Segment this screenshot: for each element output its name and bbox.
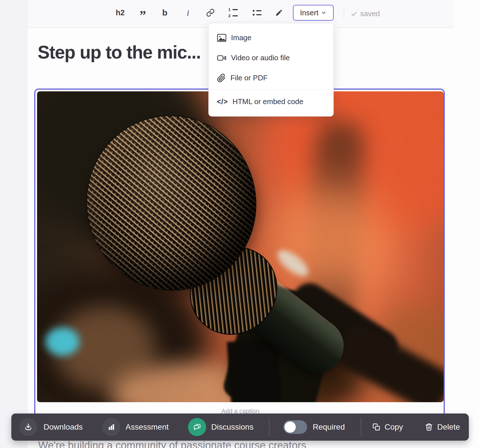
link-button[interactable] xyxy=(204,6,217,20)
downloads-label: Downloads xyxy=(44,423,83,432)
photo-teal-highlight xyxy=(46,328,79,356)
save-status-label: saved xyxy=(360,9,380,18)
editor-page: h2 ” b i 1 2 xyxy=(0,0,479,448)
chevron-down-icon xyxy=(321,10,327,16)
menu-item-file-or-pdf[interactable]: File or PDF xyxy=(209,68,333,88)
ordered-list-button[interactable]: 1 2 xyxy=(226,6,240,20)
ordered-list-icon: 1 2 xyxy=(228,8,238,18)
link-icon xyxy=(206,8,215,17)
action-bar-divider xyxy=(361,418,361,436)
photo-orange-glow xyxy=(272,185,390,292)
bar-chart-icon xyxy=(107,423,116,431)
paperclip-icon xyxy=(217,74,226,83)
insert-button-label: Insert xyxy=(300,8,318,17)
toolbar-divider xyxy=(344,7,344,20)
downloads-button[interactable] xyxy=(19,418,37,436)
menu-item-label: HTML or embed code xyxy=(232,97,303,106)
image-icon xyxy=(217,34,226,42)
blockquote-button[interactable]: ” xyxy=(136,6,150,20)
mic-stand-post xyxy=(227,339,283,402)
assessment-button[interactable] xyxy=(102,418,120,436)
copy-label: Copy xyxy=(385,423,403,432)
copy-icon xyxy=(372,423,381,431)
lesson-action-bar: Downloads Assessment xyxy=(11,413,469,441)
discussions-label-wrap[interactable]: Discussions xyxy=(211,413,253,441)
required-toggle[interactable] xyxy=(283,420,307,434)
assessment-label-wrap[interactable]: Assessment xyxy=(126,413,169,441)
required-label: Required xyxy=(313,423,345,432)
chat-bubbles-icon xyxy=(193,423,202,432)
trash-icon xyxy=(425,423,433,431)
toggle-knob xyxy=(284,421,296,433)
code-icon: </> xyxy=(217,98,228,106)
menu-item-label: Video or audio file xyxy=(231,53,290,62)
lesson-image[interactable] xyxy=(37,91,444,402)
bullet-list-icon xyxy=(253,10,262,16)
page-title[interactable]: Step up to the mic... xyxy=(38,42,201,63)
action-bar-divider xyxy=(269,418,269,436)
download-icon xyxy=(24,423,33,432)
delete-button[interactable]: Delete xyxy=(425,413,460,441)
assessment-label: Assessment xyxy=(126,423,169,432)
heading2-button[interactable]: h2 xyxy=(113,6,127,20)
menu-divider xyxy=(209,90,333,90)
discussions-button[interactable] xyxy=(188,418,206,436)
check-icon xyxy=(351,10,357,17)
bold-button[interactable]: b xyxy=(158,6,172,20)
required-label-wrap: Required xyxy=(313,413,345,441)
bullet-list-button[interactable] xyxy=(250,6,264,20)
menu-item-html-embed[interactable]: </> HTML or embed code xyxy=(209,92,333,112)
menu-item-video-or-audio[interactable]: Video or audio file xyxy=(209,48,333,68)
menu-item-label: File or PDF xyxy=(230,74,267,82)
delete-label: Delete xyxy=(437,423,460,432)
highlight-button[interactable] xyxy=(272,6,286,20)
downloads-label-wrap[interactable]: Downloads xyxy=(44,413,83,441)
menu-item-image[interactable]: Image xyxy=(209,28,333,48)
menu-item-label: Image xyxy=(231,33,251,42)
save-status: saved xyxy=(351,0,380,27)
insert-button[interactable]: Insert xyxy=(293,5,334,21)
page-left-margin xyxy=(0,0,28,448)
insert-menu: Image Video or audio file File or PDF </… xyxy=(208,23,334,117)
discussions-label: Discussions xyxy=(211,423,253,432)
copy-button[interactable]: Copy xyxy=(372,413,403,441)
quote-icon: ” xyxy=(140,9,146,22)
pencil-icon xyxy=(275,9,283,17)
video-icon xyxy=(217,54,226,62)
italic-button[interactable]: i xyxy=(181,6,195,20)
